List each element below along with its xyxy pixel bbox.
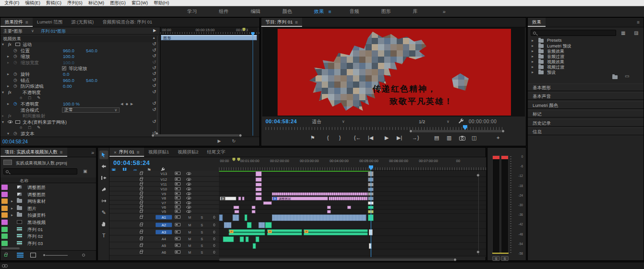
track-output-eye-icon[interactable] <box>186 178 191 181</box>
timeline-clip[interactable] <box>238 197 241 200</box>
fx-badge-icon[interactable]: fx <box>8 90 12 94</box>
track-name[interactable]: V13 <box>156 171 172 175</box>
effect-name[interactable]: 时间重映射 <box>23 113 46 119</box>
workspace-menu-icon[interactable]: ≡ <box>328 9 331 14</box>
solo-button[interactable]: S <box>201 216 203 219</box>
track-lock-icon[interactable] <box>140 178 143 181</box>
effect-visibility-eye-icon[interactable] <box>8 120 12 123</box>
voiceover-mic-icon[interactable] <box>213 237 215 240</box>
twirl-icon[interactable]: ▸ <box>532 65 534 69</box>
play-button[interactable]: ▶ <box>385 135 389 141</box>
menu-item-3[interactable]: 序列(S) <box>64 0 85 6</box>
twirl-icon[interactable]: ▸ <box>7 54 9 58</box>
sequence-marker-icon[interactable] <box>237 158 240 161</box>
stopwatch-icon[interactable]: ◷ <box>13 54 17 58</box>
source-patch-icon[interactable] <box>175 250 181 254</box>
project-writable-lock-icon[interactable] <box>4 254 7 257</box>
twirl-icon[interactable]: ▾ <box>2 120 4 124</box>
twirl-icon[interactable]: ▸ <box>532 54 534 58</box>
twirl-icon[interactable]: ▾ <box>7 131 9 136</box>
icon-view-icon[interactable] <box>30 253 36 257</box>
track-output-eye-icon[interactable] <box>186 210 191 213</box>
track-lock-icon[interactable] <box>140 238 143 240</box>
collapsed-panel-标记[interactable]: 标记 <box>528 110 644 117</box>
chevron-down-icon[interactable]: ∨ <box>342 119 345 124</box>
timeline-timecode[interactable]: 00:04:58:24 <box>113 159 150 166</box>
menu-item-0[interactable]: 文件(F) <box>1 0 22 6</box>
export-frame-camera-icon[interactable] <box>459 136 465 140</box>
track-name[interactable]: V12 <box>156 177 172 181</box>
source-patch-icon[interactable] <box>175 201 181 204</box>
timeline-clip[interactable] <box>223 236 234 242</box>
effects-bin-Lumetri 预设[interactable]: ▸ Lumetri 预设 <box>530 43 642 48</box>
pen-mask-icon[interactable]: ✎ <box>37 125 41 130</box>
track-header-V6[interactable]: V6 <box>109 205 219 209</box>
mute-button[interactable]: M <box>188 251 191 254</box>
solo-button[interactable]: S <box>201 230 203 234</box>
voiceover-mic-icon[interactable] <box>213 231 215 234</box>
extract-button[interactable]: ▥ <box>447 135 451 141</box>
timeline-clip[interactable] <box>272 214 366 221</box>
timeline-clip[interactable] <box>244 214 247 221</box>
fx-badge-icon[interactable]: fx <box>8 113 12 118</box>
source-patch-icon[interactable] <box>175 244 181 247</box>
timeline-clip[interactable]: fx <box>229 229 265 235</box>
timeline-clip[interactable] <box>255 171 262 176</box>
twirl-icon[interactable]: ▸ <box>7 72 9 76</box>
track-header-A1[interactable]: A1 M S <box>109 214 219 221</box>
track-output-eye-icon[interactable] <box>186 187 191 190</box>
rect-mask-icon[interactable]: □ <box>28 95 31 100</box>
track-lock-icon[interactable] <box>140 224 143 226</box>
panel-tab-音频剪辑混合器: 序列 01[interactable]: 音频剪辑混合器: 序列 01 <box>98 18 157 27</box>
mute-button[interactable]: M <box>188 237 191 241</box>
project-item-调整图层[interactable]: 调整图层 <box>0 184 95 191</box>
track-output-eye-icon[interactable] <box>186 172 191 175</box>
timeline-clip[interactable] <box>253 243 256 249</box>
effects-bin-音频过渡[interactable]: ▸ 音频过渡 <box>530 54 642 59</box>
property-value[interactable]: 960.0 <box>63 78 74 83</box>
timeline-vscroll-handle-top[interactable] <box>476 174 480 177</box>
sequence-tab-视频拼贴2[interactable]: 视频拼贴2 <box>173 148 203 157</box>
sequence-tab-结尾文字[interactable]: 结尾文字 <box>203 148 230 157</box>
track-name[interactable]: V10 <box>156 187 172 191</box>
mute-button[interactable]: M <box>188 244 191 247</box>
menu-item-1[interactable]: 编辑(E) <box>22 0 43 6</box>
zoom-slider-handle[interactable] <box>43 254 46 257</box>
collapsed-panel-信息[interactable]: 信息 <box>528 128 644 135</box>
property-value[interactable]: 960.0 <box>63 48 74 53</box>
close-icon[interactable]: × <box>114 150 117 155</box>
timeline-clip[interactable] <box>219 214 223 221</box>
show-timeline-view-icon[interactable]: ▶ <box>153 28 156 33</box>
twirl-icon[interactable]: ▸ <box>532 70 534 74</box>
stopwatch-icon[interactable]: ◷ <box>13 78 17 82</box>
slip-tool[interactable] <box>99 197 108 205</box>
track-name[interactable]: V9 <box>156 191 172 196</box>
lift-button[interactable]: ▤ <box>434 135 439 141</box>
go-to-out-button[interactable]: →} <box>412 135 419 140</box>
source-patch-icon[interactable] <box>175 187 181 190</box>
fx-badge-icon[interactable]: fx <box>8 42 12 47</box>
timeline-clip[interactable] <box>272 192 368 196</box>
section-video-effects[interactable]: 视频效果▲ <box>0 36 159 42</box>
label-color-chip[interactable] <box>1 206 8 211</box>
timeline-clip[interactable] <box>327 210 331 213</box>
menu-item-6[interactable]: 窗口(W) <box>129 0 151 6</box>
menu-item-5[interactable]: 图形(G) <box>107 0 129 6</box>
razor-tool[interactable] <box>99 185 108 194</box>
project-search-input[interactable] <box>3 168 77 175</box>
property-value[interactable]: 540.0 <box>86 48 97 53</box>
source-patch-icon[interactable] <box>175 172 181 175</box>
timeline-clip[interactable] <box>252 210 255 213</box>
track-name[interactable]: A3 <box>156 230 172 234</box>
track-header-A3[interactable]: A3 M S <box>109 229 219 235</box>
blend-mode-dropdown[interactable]: 正常∨ <box>62 107 120 113</box>
timeline-clip[interactable] <box>347 206 351 209</box>
workspace-tab-编辑[interactable]: 编辑 <box>251 8 260 15</box>
timeline-clip[interactable] <box>245 236 249 242</box>
property-name[interactable]: 源文本 <box>21 131 35 137</box>
keyframe-navigator[interactable]: ◀◆▶ <box>121 102 135 106</box>
tab-program[interactable]: 节目: 序列 01 ≡ <box>261 18 302 27</box>
timeline-clip[interactable] <box>234 210 239 213</box>
track-output-eye-icon[interactable] <box>186 197 191 199</box>
track-name[interactable]: A1 <box>156 215 172 220</box>
